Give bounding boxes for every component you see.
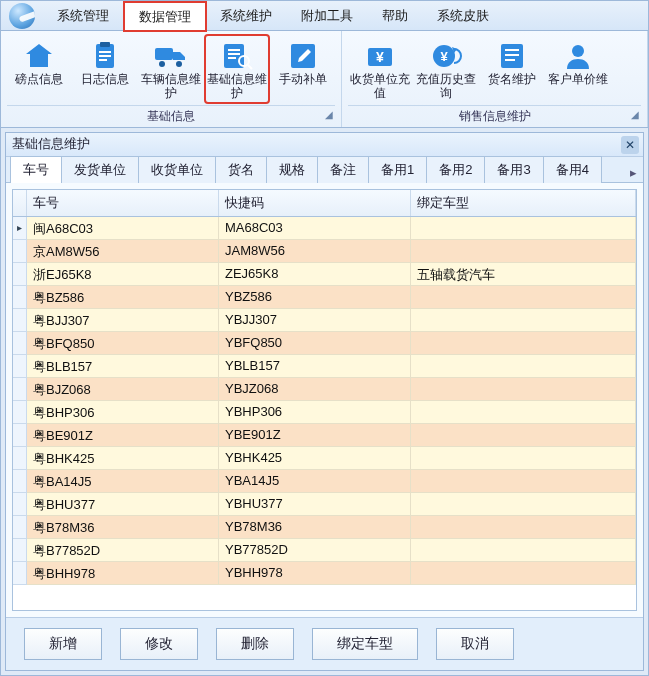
menu-item-4[interactable]: 帮助	[368, 1, 423, 30]
cell-shortcode: YBHP306	[219, 401, 411, 424]
row-indicator	[13, 516, 27, 539]
svg-rect-3	[99, 55, 111, 57]
table-row[interactable]: 粤BHU377YBHU377	[13, 493, 636, 516]
tab-4[interactable]: 规格	[266, 156, 318, 183]
table-row[interactable]: 粤BA14J5YBA14J5	[13, 470, 636, 493]
table-row[interactable]: 粤BZ586YBZ586	[13, 286, 636, 309]
cell-shortcode: ZEJ65K8	[219, 263, 411, 286]
table-row[interactable]: 粤BHP306YBHP306	[13, 401, 636, 424]
toolbar-person-button[interactable]: 客户单价维	[546, 35, 610, 103]
svg-rect-9	[228, 49, 240, 51]
table-row[interactable]: 京AM8W56JAM8W56	[13, 240, 636, 263]
tab-0[interactable]: 车号	[10, 156, 62, 183]
tab-1[interactable]: 发货单位	[61, 156, 139, 183]
toolbar-list-button[interactable]: 货名维护	[480, 35, 544, 103]
menu-item-3[interactable]: 附加工具	[287, 1, 368, 30]
table-row[interactable]: 粤B77852DYB77852D	[13, 539, 636, 562]
svg-rect-20	[505, 49, 519, 51]
cell-vehicle-type	[411, 516, 636, 539]
cell-vehicle-no: 京AM8W56	[27, 240, 219, 263]
table-row[interactable]: 粤BHH978YBHH978	[13, 562, 636, 585]
svg-line-13	[248, 65, 252, 69]
svg-rect-21	[505, 54, 519, 56]
cell-vehicle-no: 粤BZ586	[27, 286, 219, 309]
svg-rect-1	[100, 42, 110, 47]
svg-rect-4	[99, 59, 107, 61]
column-header[interactable]: 绑定车型	[411, 190, 636, 216]
tabs: 车号发货单位收货单位货名规格备注备用1备用2备用3备用4▸	[6, 157, 643, 183]
toolbar-truck-button[interactable]: 车辆信息维护	[139, 35, 203, 103]
table-row[interactable]: 粤BLB157YBLB157	[13, 355, 636, 378]
toolbar-edit-button[interactable]: 手动补单	[271, 35, 335, 103]
app-logo	[1, 1, 43, 30]
cancel-button[interactable]: 取消	[436, 628, 514, 660]
edit-icon	[285, 39, 321, 73]
toolbar-money-refresh-button[interactable]: ¥充值历史查询	[414, 35, 478, 103]
tab-9[interactable]: 备用4	[543, 156, 602, 183]
menu-item-1[interactable]: 数据管理	[124, 2, 206, 31]
table-row[interactable]: 粤BJJ307YBJJ307	[13, 309, 636, 332]
svg-point-7	[176, 61, 182, 67]
table-row[interactable]: 粤BHK425YBHK425	[13, 447, 636, 470]
cell-vehicle-no: 粤B77852D	[27, 539, 219, 562]
table-row[interactable]: 粤BJZ068YBJZ068	[13, 378, 636, 401]
bind-vehicle-button[interactable]: 绑定车型	[312, 628, 418, 660]
toolbar-clipboard-button[interactable]: 日志信息	[73, 35, 137, 103]
tab-3[interactable]: 货名	[215, 156, 267, 183]
person-icon	[560, 39, 596, 73]
cell-shortcode: YBHH978	[219, 562, 411, 585]
column-header[interactable]: 车号	[27, 190, 219, 216]
svg-point-6	[159, 61, 165, 67]
toolbar-search-doc-button[interactable]: 基础信息维护	[205, 35, 269, 103]
close-icon[interactable]: ✕	[621, 136, 639, 154]
tab-8[interactable]: 备用3	[484, 156, 543, 183]
tab-6[interactable]: 备用1	[368, 156, 427, 183]
tab-5[interactable]: 备注	[317, 156, 369, 183]
button-row: 新增 修改 删除 绑定车型 取消	[6, 617, 643, 670]
truck-icon	[153, 39, 189, 73]
cell-vehicle-no: 粤BFQ850	[27, 332, 219, 355]
panel-title-bar: 基础信息维护 ✕	[6, 133, 643, 157]
table-row[interactable]: 粤BE901ZYBE901Z	[13, 424, 636, 447]
ribbon-expand-icon[interactable]: ◢	[631, 109, 639, 120]
tab-7[interactable]: 备用2	[426, 156, 485, 183]
delete-button[interactable]: 删除	[216, 628, 294, 660]
ribbon: 磅点信息日志信息车辆信息维护基础信息维护手动补单 基础信息◢ ¥收货单位充值¥充…	[1, 31, 648, 128]
tab-scroll-right-icon[interactable]: ▸	[624, 163, 643, 182]
toolbar-home-button[interactable]: 磅点信息	[7, 35, 71, 103]
cell-shortcode: YBE901Z	[219, 424, 411, 447]
cell-shortcode: YBFQ850	[219, 332, 411, 355]
clipboard-icon	[87, 39, 123, 73]
toolbar-money-button[interactable]: ¥收货单位充值	[348, 35, 412, 103]
cell-vehicle-type	[411, 240, 636, 263]
row-indicator	[13, 309, 27, 332]
table-row[interactable]: 浙EJ65K8ZEJ65K8五轴载货汽车	[13, 263, 636, 286]
column-header[interactable]: 快捷码	[219, 190, 411, 216]
table-row[interactable]: ▸闽A68C03MA68C03	[13, 217, 636, 240]
add-button[interactable]: 新增	[24, 628, 102, 660]
panel-title: 基础信息维护	[12, 135, 90, 153]
cell-vehicle-type	[411, 286, 636, 309]
row-indicator	[13, 562, 27, 585]
row-indicator	[13, 470, 27, 493]
table-row[interactable]: 粤BFQ850YBFQ850	[13, 332, 636, 355]
tab-2[interactable]: 收货单位	[138, 156, 216, 183]
svg-rect-5	[155, 48, 173, 60]
grid-body[interactable]: ▸闽A68C03MA68C03京AM8W56JAM8W56浙EJ65K8ZEJ6…	[13, 217, 636, 610]
ribbon-expand-icon[interactable]: ◢	[325, 109, 333, 120]
menu-item-0[interactable]: 系统管理	[43, 1, 124, 30]
menu-item-2[interactable]: 系统维护	[206, 1, 287, 30]
cell-vehicle-type	[411, 447, 636, 470]
toolbar-label: 客户单价维	[548, 73, 608, 87]
menu-item-5[interactable]: 系统皮肤	[423, 1, 504, 30]
ribbon-group-sales: ¥收货单位充值¥充值历史查询货名维护客户单价维 销售信息维护◢	[342, 31, 648, 127]
menubar: 系统管理数据管理系统维护附加工具帮助系统皮肤	[1, 1, 648, 31]
cell-vehicle-type	[411, 309, 636, 332]
cell-shortcode: JAM8W56	[219, 240, 411, 263]
table-row[interactable]: 粤B78M36YB78M36	[13, 516, 636, 539]
edit-button[interactable]: 修改	[120, 628, 198, 660]
ribbon-group-basic: 磅点信息日志信息车辆信息维护基础信息维护手动补单 基础信息◢	[1, 31, 342, 127]
ribbon-group-label: 基础信息	[147, 109, 195, 123]
cell-vehicle-type	[411, 424, 636, 447]
cell-vehicle-type	[411, 539, 636, 562]
